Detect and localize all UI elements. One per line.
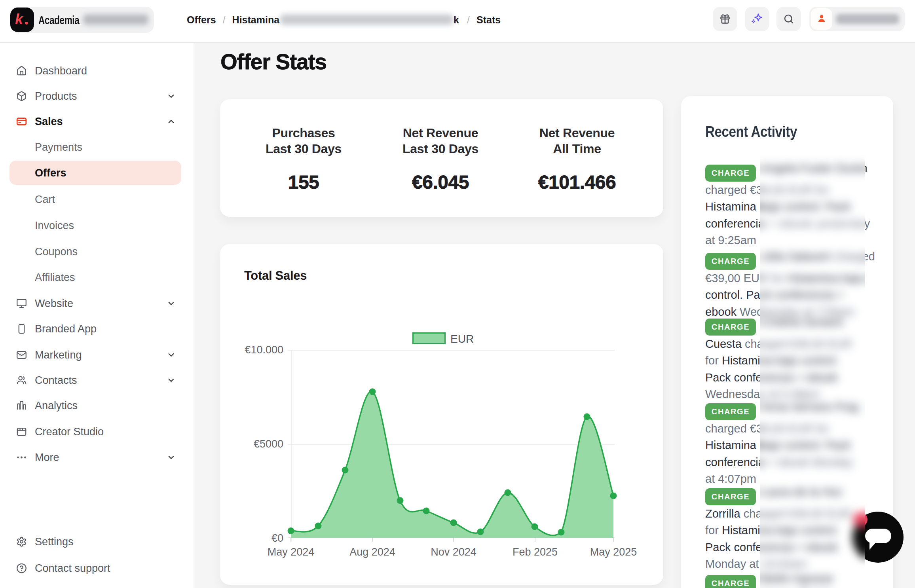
svg-text:k: k <box>15 12 24 27</box>
